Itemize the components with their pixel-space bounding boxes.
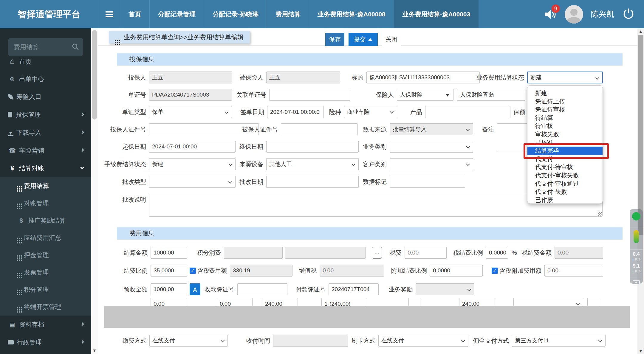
sidebar-subitem-deposit-mgmt[interactable]: 押金管理: [0, 246, 91, 264]
page-scrollbar[interactable]: ▲ ▼: [637, 28, 644, 354]
data-mark-input[interactable]: [390, 176, 465, 188]
chevron-right-icon: [80, 322, 84, 326]
customer-category-label: 客户类别: [315, 158, 387, 170]
tax-fee-rate-label: 税结费比例: [411, 247, 483, 259]
addl-fee-amount-input[interactable]: 0.00: [544, 265, 603, 277]
points-consume-input[interactable]: [224, 247, 283, 259]
sidebar-item-policy-mgmt[interactable]: 投保管理: [0, 106, 91, 124]
sidebar-subitem-promo-reward[interactable]: $推广奖励结算: [0, 212, 91, 229]
product-label: 产品: [351, 106, 422, 118]
tab-6[interactable]: 业务费用结算-豫A00003: [394, 0, 479, 28]
sidebar-scrollbar[interactable]: ▼: [91, 28, 98, 354]
save-button[interactable]: 保存: [325, 33, 344, 46]
hamburger-menu-icon[interactable]: [98, 0, 120, 28]
dropdown-arrow-icon: [598, 339, 602, 342]
vat-label: 增值税: [245, 265, 317, 277]
tab-2[interactable]: 分配记录管理: [149, 0, 204, 28]
insured-id-label: 被保人证件号: [206, 123, 278, 135]
sidebar-subitem-fee-settlement[interactable]: 费用结算: [0, 177, 91, 195]
page-scrollbar-thumb[interactable]: [638, 35, 643, 235]
status-option-7[interactable]: 已核准: [527, 139, 603, 147]
tab-3[interactable]: 分配记录-孙晓琳: [204, 0, 267, 28]
sidebar-item-issue-center[interactable]: ⊕出单中心: [0, 70, 91, 88]
status-option-10[interactable]: 代支付-待审核: [527, 163, 603, 171]
sidebar-subitem-points-mgmt[interactable]: 积分管理: [0, 281, 91, 298]
chevron-right-icon: [80, 112, 84, 116]
subject-label: 标的: [292, 72, 363, 83]
page-scroll-up-icon[interactable]: ▲: [637, 29, 644, 34]
sidebar-subitem-reconciliation[interactable]: 对账管理: [0, 195, 91, 212]
sidebar-item-admin[interactable]: 行政管理: [0, 333, 91, 351]
status-option-1[interactable]: 新建: [527, 89, 603, 97]
status-option-3[interactable]: 凭证待审核: [527, 105, 603, 114]
sidebar-item-archive[interactable]: ▤资料存档: [0, 316, 91, 333]
download-speed-value: 9.1: [630, 263, 643, 269]
tab-5[interactable]: 业务费用结算-豫A00008: [309, 0, 394, 28]
net-speed-widget[interactable]: 0.4 ↑ K/s 9.1 ↓ K/s: [630, 209, 643, 284]
net-widget-capture[interactable]: [630, 280, 643, 293]
logout-power-icon[interactable]: [622, 7, 635, 21]
home-icon: ⌂: [8, 52, 17, 70]
tax-fee-amount-input[interactable]: 0.00: [555, 247, 603, 259]
pay-time-label: 收付时间: [199, 335, 270, 347]
customer-category-select[interactable]: [390, 158, 473, 170]
sidebar-item-home[interactable]: ⌂首页: [0, 52, 91, 70]
insurer-select[interactable]: 人保财险: [397, 89, 453, 101]
submit-button[interactable]: 提交: [349, 33, 378, 46]
chevron-right-icon: [80, 130, 84, 134]
sidebar-item-download-import[interactable]: ▼下载导入: [0, 124, 91, 142]
status-option-12[interactable]: 代支付-审核通过: [527, 180, 603, 188]
status-option-13[interactable]: 代支付-失败: [527, 188, 603, 196]
sidebar-subitem-invoice-mgmt[interactable]: 发票管理: [0, 264, 91, 281]
coverage-label: 保额: [513, 106, 525, 118]
tab-1[interactable]: 首页: [120, 0, 149, 28]
net-widget-speeds: 0.4 ↑ K/s 9.1 ↓ K/s: [630, 251, 643, 277]
sidebar-subitem-terminal-invoice[interactable]: 终端开票管理: [0, 298, 91, 316]
status-option-11[interactable]: 代支付-审核失败: [527, 171, 603, 180]
sidebar-item-auto-marketing[interactable]: ☎车险营销: [0, 142, 91, 159]
status-option-2[interactable]: 凭证待上传: [527, 97, 603, 106]
dropdown-arrow-icon: [595, 76, 599, 80]
sidebar-subitem-fee-summary[interactable]: 应结费用汇总: [0, 229, 91, 246]
commission-method-select[interactable]: 第三方支付11: [512, 335, 606, 347]
sidebar-item-settlement[interactable]: ¥结算对账: [0, 159, 91, 177]
notifications-speaker-icon[interactable]: 9: [543, 7, 557, 21]
status-option-6[interactable]: 审核失败: [527, 130, 603, 139]
addl-fee-rate-label: 附加结费比例: [355, 265, 427, 277]
biz-reward-select[interactable]: [416, 283, 474, 295]
status-option-9[interactable]: 代支付: [527, 155, 603, 163]
status-option-5[interactable]: 待审核: [527, 122, 603, 130]
sidebar-menu: ⌂首页⊕出单中心寿险入口投保管理▼下载导入☎车险营销¥结算对账费用结算对账管理$…: [0, 52, 91, 351]
sidebar-item-label: 寿险入口: [16, 93, 41, 100]
sidebar-scrollbar-thumb[interactable]: [92, 30, 97, 119]
close-button[interactable]: 关闭: [382, 33, 401, 46]
biz-fee-status-select[interactable]: 新建: [527, 72, 603, 83]
related-doc-no-label: 关联单证号: [195, 89, 266, 101]
status-option-4[interactable]: 待结算: [527, 114, 603, 122]
commission-method-label: 佣金支付方式: [437, 335, 509, 347]
sidebar-subitem-label: 积分管理: [24, 286, 49, 293]
product-input[interactable]: [425, 106, 510, 118]
sidebar-scroll-down-icon[interactable]: ▼: [91, 348, 98, 353]
sidebar-item-label: 资料存档: [19, 321, 44, 328]
insurer-branch-input[interactable]: 人保财险青岛: [457, 89, 525, 101]
sidebar-item-life-entry[interactable]: 寿险入口: [0, 88, 91, 106]
page-scroll-down-icon[interactable]: ▼: [637, 349, 644, 353]
status-dropdown: 新建凭证待上传凭证待审核待结算待审核审核失败已核准结算完毕代支付代支付-待审核代…: [527, 85, 603, 204]
yen-icon: ¥: [8, 159, 17, 177]
insurer-label: 保险人: [322, 89, 394, 101]
tax-fee-amount-label: 税结费金额: [480, 247, 552, 259]
end-date-label: 终保日期: [192, 141, 263, 153]
status-option-8[interactable]: 结算完毕: [527, 147, 603, 155]
notification-badge: 9: [552, 4, 560, 13]
grid-icon: [17, 273, 18, 274]
search-icon[interactable]: [72, 43, 79, 52]
biz-category-select[interactable]: [390, 141, 473, 153]
status-option-14[interactable]: 已作废: [527, 196, 603, 204]
breadcrumb-text: 业务费用结算单查询>>业务费用结算单编辑: [124, 33, 244, 41]
chevron-right-icon: [80, 340, 84, 344]
textarea-resize-handle[interactable]: [598, 212, 602, 216]
tab-4[interactable]: 费用结算: [267, 0, 309, 28]
insured-label: 被保险人: [192, 72, 263, 83]
user-avatar[interactable]: [565, 5, 583, 24]
